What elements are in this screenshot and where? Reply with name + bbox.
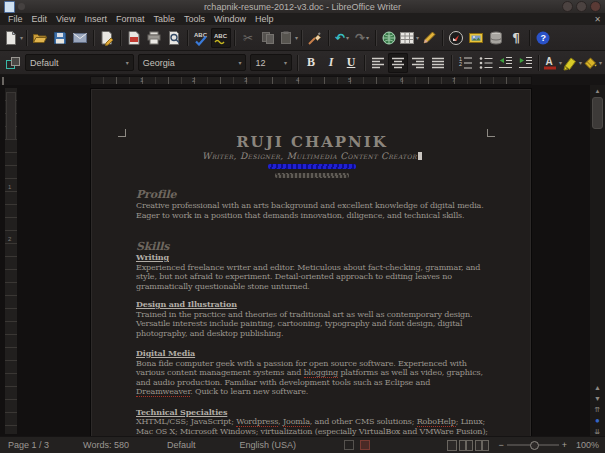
edit-file-button[interactable] (97, 28, 117, 48)
font-color-button[interactable]: A ▾ (542, 53, 562, 73)
new-document-button[interactable]: ▾ (3, 28, 23, 48)
email-button[interactable] (70, 28, 90, 48)
underline-button[interactable]: U (341, 53, 361, 73)
font-color-icon: A (542, 55, 558, 71)
scroll-up-icon[interactable]: ▲ (590, 85, 605, 96)
help-button[interactable]: ? (533, 28, 553, 48)
document-content[interactable]: RUJI CHAPNIK Writer, Designer, Multimedi… (136, 133, 488, 437)
clone-formatting-button[interactable] (305, 28, 325, 48)
menu-format[interactable]: Format (112, 14, 149, 24)
document-modified-icon[interactable] (360, 440, 370, 450)
close-document-icon[interactable]: ✕ (594, 15, 601, 24)
open-button[interactable] (30, 28, 50, 48)
title-bar: rchapnik-resume-2012-v3.doc - LibreOffic… (0, 0, 605, 13)
export-pdf-button[interactable] (124, 28, 144, 48)
scrollbar-thumb[interactable] (592, 97, 603, 129)
decrease-indent-button[interactable] (495, 53, 515, 73)
vertical-ruler[interactable]: 1 2 (4, 87, 18, 435)
align-center-button[interactable] (388, 53, 408, 73)
document-page[interactable]: RUJI CHAPNIK Writer, Designer, Multimedi… (90, 88, 532, 437)
navigation-dot-icon[interactable]: ● (590, 415, 605, 426)
page-style-indicator[interactable]: Default (159, 440, 204, 450)
numbering-button[interactable]: 12 (455, 53, 475, 73)
font-size-select[interactable]: 12 ▾ (250, 54, 292, 71)
view-book-icon[interactable] (475, 440, 489, 451)
zoom-in-icon[interactable]: + (559, 440, 570, 450)
close-button[interactable] (590, 1, 601, 12)
subheading-design: Design and Illustration (136, 300, 488, 310)
paste-button[interactable]: ▾ (278, 28, 298, 48)
toolbar-separator (451, 55, 452, 71)
styles-button[interactable] (3, 53, 23, 73)
bold-button[interactable]: B (301, 53, 321, 73)
undo-button[interactable]: ↶ ▾ (332, 28, 352, 48)
zoom-slider-handle[interactable] (530, 441, 539, 450)
word-count[interactable]: Words: 580 (75, 440, 137, 450)
view-multi-page-icon[interactable] (459, 440, 473, 451)
window-menu-icon[interactable] (18, 3, 25, 10)
page-indicator[interactable]: Page 1 / 3 (0, 440, 57, 450)
spelling-button[interactable]: ABC (191, 28, 211, 48)
shade-button[interactable] (562, 1, 573, 12)
status-bar: Page 1 / 3 Words: 580 Default English (U… (0, 436, 605, 453)
menu-help[interactable]: Help (251, 14, 278, 24)
highlighting-button[interactable]: ▾ (562, 53, 582, 73)
maximize-button[interactable] (576, 1, 587, 12)
bullets-button[interactable] (475, 53, 495, 73)
scroll-down-icon[interactable]: ▼ (590, 393, 605, 404)
resume-name-heading: RUJI CHAPNIK (136, 133, 488, 151)
zoom-level[interactable]: 100% (576, 440, 605, 450)
horizontal-ruler[interactable]: 1 2 3 4 5 6 7 (90, 76, 532, 85)
ruler-number: 2 (192, 77, 195, 83)
zoom-out-icon[interactable]: − (495, 440, 506, 450)
toolbar-separator (529, 30, 530, 46)
paragraph-style-select[interactable]: Default ▾ (25, 54, 134, 71)
menu-tools[interactable]: Tools (180, 14, 209, 24)
insert-table-button[interactable]: ▾ (399, 28, 419, 48)
navigation-cluster: ▲ ▼ ⇈ ● ⇊ (590, 382, 605, 437)
data-sources-button[interactable] (486, 28, 506, 48)
navigator-button[interactable] (446, 28, 466, 48)
menu-edit[interactable]: Edit (28, 14, 52, 24)
document-app-icon (4, 1, 15, 13)
formatting-marks-button[interactable]: ¶ (506, 28, 526, 48)
cut-button[interactable]: ✂ (238, 28, 258, 48)
save-button[interactable] (50, 28, 70, 48)
view-layout-buttons (447, 440, 489, 451)
hyperlink-button[interactable] (379, 28, 399, 48)
toolbar-separator (442, 30, 443, 46)
justify-button[interactable] (428, 53, 448, 73)
zoom-slider[interactable] (507, 444, 559, 446)
print-button[interactable] (144, 28, 164, 48)
draw-functions-button[interactable] (419, 28, 439, 48)
scroll-up-icon[interactable]: ▲ (590, 382, 605, 393)
italic-button[interactable]: I (321, 53, 341, 73)
language-indicator[interactable]: English (USA) (231, 440, 304, 450)
increase-indent-button[interactable] (515, 53, 535, 73)
vertical-scrollbar[interactable]: ▲ ▲ ▼ ⇈ ● ⇊ (589, 85, 605, 437)
menu-insert[interactable]: Insert (80, 14, 111, 24)
ruler-number: 2 (8, 236, 11, 242)
formatting-toolbar: Default ▾ Georgia ▾ 12 ▾ B I U 12 A ▾ (0, 51, 605, 75)
page-preview-button[interactable] (164, 28, 184, 48)
redo-button[interactable]: ↷ ▾ (352, 28, 372, 48)
align-right-button[interactable] (408, 53, 428, 73)
copy-button[interactable] (258, 28, 278, 48)
insert-mode-icon[interactable] (344, 440, 354, 450)
menu-table[interactable]: Table (149, 14, 179, 24)
previous-page-icon[interactable]: ⇈ (590, 404, 605, 415)
menu-view[interactable]: View (52, 14, 79, 24)
decrease-indent-icon (498, 55, 513, 70)
menu-window[interactable]: Window (210, 14, 250, 24)
align-left-button[interactable] (368, 53, 388, 73)
view-single-page-icon[interactable] (447, 440, 457, 451)
text-boundary-corner (118, 129, 126, 137)
document-canvas[interactable]: 1 2 RUJI CHAPNIK Writer, Designer, Multi… (0, 85, 605, 437)
gallery-button[interactable] (466, 28, 486, 48)
background-color-button[interactable]: ▾ (582, 53, 602, 73)
ruler-number: 1 (140, 77, 143, 83)
auto-spellcheck-button[interactable]: ABC (211, 28, 231, 48)
menu-file[interactable]: File (4, 14, 27, 24)
font-name-select[interactable]: Georgia ▾ (138, 54, 247, 71)
italic-icon: I (329, 55, 334, 70)
